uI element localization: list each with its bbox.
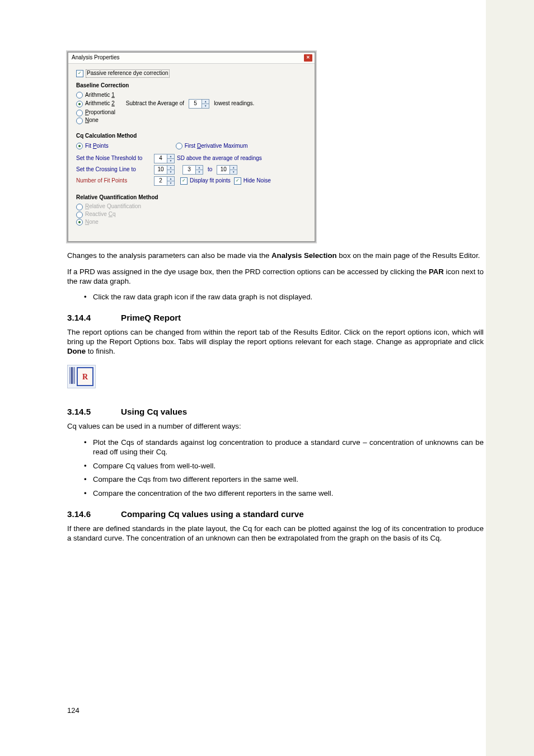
option-label: Relative Quantification bbox=[85, 203, 141, 210]
radio-icon bbox=[76, 212, 83, 218]
subtract-post: lowest readings. bbox=[214, 100, 254, 107]
spin-value: 2 bbox=[154, 177, 167, 185]
chevron-down-icon[interactable]: ▼ bbox=[167, 170, 174, 174]
spin-value: 4 bbox=[154, 154, 167, 163]
checkbox-icon[interactable] bbox=[76, 70, 83, 77]
rq-heading: Relative Quantification Method bbox=[76, 194, 308, 201]
opt-post: oints bbox=[97, 143, 109, 149]
spin-value: 10 bbox=[217, 166, 230, 174]
bold: PAR bbox=[429, 267, 444, 276]
opt-pre: Arithmetic bbox=[85, 92, 111, 98]
spin-buttons[interactable]: ▲▼ bbox=[167, 177, 174, 185]
text: to finish. bbox=[86, 347, 115, 355]
spin-value: 5 bbox=[189, 100, 202, 108]
option-label: None bbox=[85, 219, 99, 226]
chevron-down-icon[interactable]: ▼ bbox=[196, 170, 203, 174]
noise-label: Set the Noise Threshold to bbox=[76, 155, 152, 162]
baseline-opt-arith2[interactable]: Arithmetic 2 Subtract the Average of 5 ▲… bbox=[76, 99, 308, 109]
fitpts-spin[interactable]: 2 ▲▼ bbox=[154, 176, 175, 186]
chevron-up-icon[interactable]: ▲ bbox=[196, 166, 203, 170]
radio-icon bbox=[76, 219, 83, 226]
para-standard-curve: If there are defined standards in the pl… bbox=[67, 524, 484, 543]
heading-text: PrimeQ Report bbox=[121, 313, 181, 322]
para-report: The report options can be changed from w… bbox=[67, 328, 484, 356]
heading-3-14-5: 3.14.5Using Cq values bbox=[67, 406, 484, 417]
chevron-down-icon[interactable]: ▼ bbox=[167, 159, 174, 163]
subtract-spin[interactable]: 5 ▲▼ bbox=[189, 99, 209, 109]
rq-opt-rcq: Reactive Cq bbox=[76, 211, 308, 218]
subtract-pre: Subtract the Average of bbox=[126, 100, 184, 107]
chevron-up-icon[interactable]: ▲ bbox=[230, 166, 237, 170]
text: box on the main page of the Results Edit… bbox=[337, 251, 480, 260]
cross-spin[interactable]: 10 ▲▼ bbox=[154, 165, 175, 175]
chevron-down-icon[interactable]: ▼ bbox=[202, 104, 209, 108]
spin-buttons[interactable]: ▲▼ bbox=[230, 166, 237, 174]
chevron-up-icon[interactable]: ▲ bbox=[202, 100, 209, 104]
cq-opt-fit[interactable]: Fit Points bbox=[76, 143, 109, 150]
crossing-line-row: Set the Crossing Line to 10 ▲▼ 3 ▲▼ to 1… bbox=[76, 165, 308, 175]
chevron-down-icon[interactable]: ▼ bbox=[230, 170, 237, 174]
radio-icon[interactable] bbox=[76, 118, 83, 124]
opt-u: P bbox=[93, 143, 97, 149]
display-fit-checkbox[interactable] bbox=[180, 177, 188, 185]
baseline-opt-none[interactable]: None bbox=[76, 117, 308, 124]
radio-icon[interactable] bbox=[76, 92, 83, 98]
opt-pre: Arithmetic bbox=[85, 100, 111, 106]
dialog-titlebar: Analysis Properties ✕ bbox=[68, 53, 315, 64]
heading-3-14-4: 3.14.4PrimeQ Report bbox=[67, 312, 484, 323]
spin-buttons[interactable]: ▲▼ bbox=[202, 100, 209, 108]
baseline-opt-arith1[interactable]: Arithmetic 1 bbox=[76, 92, 308, 99]
bold: Analysis Selection bbox=[271, 251, 337, 260]
bullet-compare-well: Compare Cq values from well-to-well. bbox=[67, 462, 484, 471]
dialog-title: Analysis Properties bbox=[72, 54, 120, 62]
chevron-up-icon[interactable]: ▲ bbox=[167, 177, 174, 181]
spin-buttons[interactable]: ▲▼ bbox=[167, 166, 174, 174]
para-prd: If a PRD was assigned in the dye usage b… bbox=[67, 267, 484, 287]
opt-u: 2 bbox=[111, 100, 115, 106]
opt-post: one bbox=[89, 219, 99, 225]
radio-icon[interactable] bbox=[76, 110, 83, 116]
radio-icon[interactable] bbox=[76, 101, 83, 107]
bullet-compare-reporters: Compare the Cqs from two different repor… bbox=[67, 475, 484, 485]
noise-spin[interactable]: 4 ▲▼ bbox=[154, 154, 175, 163]
close-icon[interactable]: ✕ bbox=[304, 54, 312, 62]
spin-buttons[interactable]: ▲▼ bbox=[196, 166, 203, 174]
chevron-up-icon[interactable]: ▲ bbox=[167, 166, 174, 170]
opt-pre: Reactive bbox=[85, 211, 109, 217]
opt-post: roportional bbox=[89, 109, 115, 115]
analysis-properties-dialog: Analysis Properties ✕ Passive reference … bbox=[67, 51, 316, 242]
opt-pre: First bbox=[185, 143, 197, 149]
cross-to-spin[interactable]: 10 ▲▼ bbox=[217, 165, 237, 175]
heading-text: Comparing Cq values using a standard cur… bbox=[121, 509, 304, 519]
passive-ref-label: Passive reference dye correction bbox=[86, 69, 170, 78]
cross-label: Set the Crossing Line to bbox=[76, 166, 152, 173]
chevron-up-icon[interactable]: ▲ bbox=[167, 154, 174, 159]
icon-stripe bbox=[73, 367, 75, 384]
text: The report options can be changed from w… bbox=[67, 328, 484, 346]
opt-post: one bbox=[89, 117, 99, 123]
bold: Done bbox=[67, 347, 86, 355]
opt-post: erivative Maximum bbox=[201, 143, 247, 149]
baseline-heading: Baseline Correction bbox=[76, 82, 308, 90]
option-label: Reactive Cq bbox=[85, 211, 115, 218]
page-number: 124 bbox=[67, 706, 79, 716]
cross-from-spin[interactable]: 3 ▲▼ bbox=[182, 165, 203, 175]
opt-u: P bbox=[85, 109, 89, 115]
baseline-opt-prop[interactable]: Proportional bbox=[76, 109, 308, 116]
fitpts-label: Number of Fit Points bbox=[76, 177, 152, 185]
para-cq-intro: Cq values can be used in a number of dif… bbox=[67, 422, 484, 431]
cq-opt-fdm[interactable]: First Derivative Maximum bbox=[176, 143, 248, 150]
heading-num: 3.14.4 bbox=[67, 312, 121, 323]
heading-num: 3.14.5 bbox=[67, 406, 121, 417]
passive-ref-checkbox-row[interactable]: Passive reference dye correction bbox=[76, 69, 308, 78]
hide-noise-checkbox[interactable] bbox=[234, 177, 241, 185]
fit-points-row: Number of Fit Points 2 ▲▼ Display fit po… bbox=[76, 176, 308, 186]
rq-opt-rel: Relative Quantification bbox=[76, 203, 308, 210]
spin-buttons[interactable]: ▲▼ bbox=[167, 154, 174, 163]
report-icon: R bbox=[67, 365, 96, 388]
text: Changes to the analysis parameters can a… bbox=[67, 251, 271, 260]
chevron-down-icon[interactable]: ▼ bbox=[167, 181, 174, 185]
icon-letter: R bbox=[77, 367, 93, 386]
radio-icon[interactable] bbox=[76, 143, 83, 149]
radio-icon[interactable] bbox=[176, 143, 182, 149]
